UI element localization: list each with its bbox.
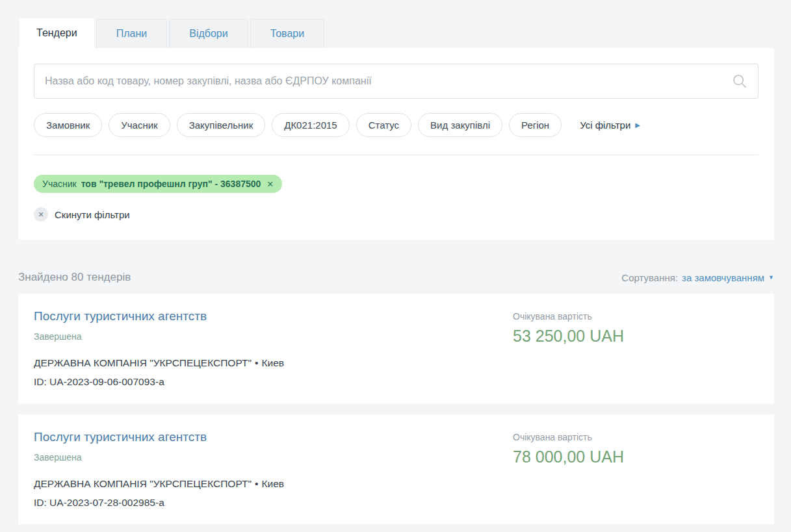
all-filters-link[interactable]: Усі фільтри ▶ <box>580 120 640 131</box>
tender-card: Послуги туристичних агентств Завершена Д… <box>18 294 774 403</box>
organization-city: Киев <box>261 478 284 489</box>
active-filters-row: Учасник тов "тревел профешнл груп" - 363… <box>34 175 759 193</box>
expected-value-amount: 53 250,00 UAH <box>513 327 759 346</box>
organization-name: ДЕРЖАВНА КОМПАНІЯ "УКРСПЕЦЕКСПОРТ" <box>34 357 252 368</box>
tab-selections[interactable]: Відбори <box>169 19 248 48</box>
tender-value-block: Очікувана вартість 53 250,00 UAH <box>513 309 759 388</box>
tab-goods[interactable]: Товари <box>250 19 324 48</box>
search-tabs: Тендери Плани Відбори Товари <box>0 18 791 48</box>
filter-chips-row: Замовник Учасник Закупівельник ДК021:201… <box>34 113 759 137</box>
reset-filters-button[interactable]: ✕ Скинути фільтри <box>34 207 759 240</box>
expected-value-label: Очікувана вартість <box>513 311 759 322</box>
tender-organization: ДЕРЖАВНА КОМПАНІЯ "УКРСПЕЦЕКСПОРТ"•Киев <box>34 357 513 369</box>
sort-value: за замовчуванням <box>682 272 764 283</box>
chip-region[interactable]: Регіон <box>509 113 562 137</box>
chip-purchaser[interactable]: Закупівельник <box>177 113 266 137</box>
chip-participant[interactable]: Учасник <box>109 113 170 137</box>
expected-value-label: Очікувана вартість <box>513 432 759 442</box>
sort-dropdown[interactable]: Сортування: за замовчуванням ▼ <box>621 272 774 283</box>
results-header: Знайдено 80 тендерів Сортування: за замо… <box>18 271 774 284</box>
tender-title-link[interactable]: Послуги туристичних агентств <box>34 309 207 323</box>
organization-name: ДЕРЖАВНА КОМПАНІЯ "УКРСПЕЦЕКСПОРТ" <box>34 478 252 489</box>
active-filter-tag: Учасник тов "тревел профешнл груп" - 363… <box>34 175 282 193</box>
tender-info: Послуги туристичних агентств Завершена Д… <box>34 430 513 509</box>
tab-plans[interactable]: Плани <box>96 19 168 48</box>
chevron-down-icon: ▼ <box>768 275 774 281</box>
dot-separator: • <box>255 357 258 368</box>
tender-status: Завершена <box>34 331 513 342</box>
panel-divider <box>34 155 759 155</box>
close-icon[interactable]: ✕ <box>265 179 274 189</box>
all-filters-label: Усі фільтри <box>580 120 630 131</box>
chip-status[interactable]: Статус <box>356 113 411 137</box>
chip-dk021[interactable]: ДК021:2015 <box>272 113 349 137</box>
results-count: Знайдено 80 тендерів <box>18 271 131 284</box>
tender-card: Послуги туристичних агентств Завершена Д… <box>18 414 774 524</box>
search-icon[interactable] <box>731 73 748 92</box>
chip-customer[interactable]: Замовник <box>34 113 102 137</box>
tender-organization: ДЕРЖАВНА КОМПАНІЯ "УКРСПЕЦЕКСПОРТ"•Киев <box>34 478 513 490</box>
active-filter-value: тов "тревел профешнл груп" - 36387500 <box>81 179 261 189</box>
search-bar <box>34 64 759 99</box>
tender-info: Послуги туристичних агентств Завершена Д… <box>34 309 513 388</box>
expected-value-amount: 78 000,00 UAH <box>513 448 759 466</box>
search-input[interactable] <box>34 64 759 99</box>
tender-value-block: Очікувана вартість 78 000,00 UAH <box>513 430 759 509</box>
reset-filters-label: Скинути фільтри <box>55 209 130 220</box>
sort-label: Сортування: <box>621 272 678 283</box>
organization-city: Киев <box>261 357 284 368</box>
close-circle-icon: ✕ <box>34 207 48 222</box>
tender-id: ID: UA-2023-07-28-002985-a <box>34 497 513 509</box>
filter-panel: Замовник Учасник Закупівельник ДК021:201… <box>18 48 774 240</box>
chip-procurement-type[interactable]: Вид закупівлі <box>418 113 502 137</box>
chevron-right-icon: ▶ <box>635 122 640 129</box>
tender-status: Завершена <box>34 452 513 462</box>
active-filter-category: Учасник <box>42 179 77 189</box>
tender-id: ID: UA-2023-09-06-007093-a <box>34 376 513 388</box>
dot-separator: • <box>255 478 258 489</box>
tender-title-link[interactable]: Послуги туристичних агентств <box>34 430 207 444</box>
tab-tenders[interactable]: Тендери <box>19 18 94 48</box>
